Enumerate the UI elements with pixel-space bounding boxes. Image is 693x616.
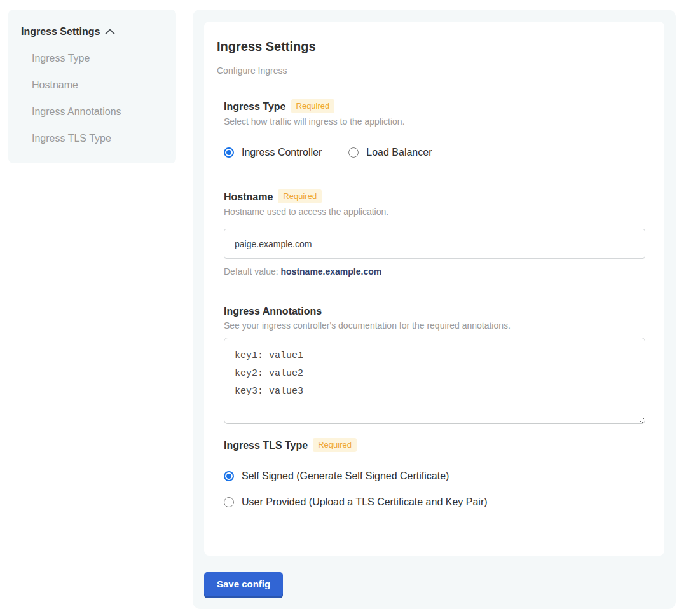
config-card: Ingress Settings Configure Ingress Ingre…: [204, 22, 664, 556]
radio-option-label: Load Balancer: [366, 146, 432, 159]
ingress-tls-type-label: Ingress TLS Type: [224, 439, 308, 451]
radio-option-ingress-controller[interactable]: Ingress Controller: [224, 146, 322, 159]
ingress-annotations-textarea[interactable]: key1: value1 key2: value2 key3: value3: [224, 338, 645, 424]
radio-unselected-icon: [224, 497, 234, 507]
field-group-ingress-annotations: Ingress Annotations See your ingress con…: [224, 305, 645, 424]
sidebar-group-ingress-settings[interactable]: Ingress Settings: [21, 26, 163, 38]
config-panel: Ingress Settings Configure Ingress Ingre…: [193, 10, 676, 609]
save-config-button[interactable]: Save config: [204, 572, 283, 596]
ingress-type-label: Ingress Type: [224, 100, 286, 113]
sidebar-item-ingress-annotations[interactable]: Ingress Annotations: [32, 106, 163, 118]
radio-selected-icon: [224, 471, 234, 481]
hostname-default-line: Default value: hostname.example.com: [224, 266, 645, 277]
field-group-hostname: Hostname Required Hostname used to acces…: [224, 189, 645, 277]
ingress-annotations-label: Ingress Annotations: [224, 305, 322, 317]
field-group-ingress-type: Ingress Type Required Select how traffic…: [224, 99, 645, 159]
hostname-help: Hostname used to access the application.: [224, 206, 645, 217]
radio-option-load-balancer[interactable]: Load Balancer: [348, 146, 432, 159]
field-label-row: Ingress TLS Type Required: [224, 438, 645, 452]
chevron-up-icon: [105, 29, 115, 35]
field-label-row: Ingress Type Required: [224, 99, 645, 113]
radio-option-label: Ingress Controller: [242, 146, 322, 159]
sidebar-item-hostname[interactable]: Hostname: [32, 79, 163, 91]
field-label-row: Ingress Annotations: [224, 305, 645, 317]
tls-radio-row-user-provided: User Provided (Upload a TLS Certificate …: [224, 496, 645, 509]
hostname-input[interactable]: [224, 229, 645, 259]
card-title: Ingress Settings: [217, 39, 645, 54]
ingress-type-help: Select how traffic will ingress to the a…: [224, 116, 645, 127]
radio-option-label: User Provided (Upload a TLS Certificate …: [242, 496, 488, 509]
radio-unselected-icon: [348, 147, 359, 158]
ingress-annotations-help: See your ingress controller's documentat…: [224, 320, 645, 331]
radio-option-self-signed[interactable]: Self Signed (Generate Self Signed Certif…: [224, 470, 449, 483]
sidebar-item-ingress-type[interactable]: Ingress Type: [32, 53, 163, 64]
field-label-row: Hostname Required: [224, 189, 645, 203]
sidebar-item-ingress-tls-type[interactable]: Ingress TLS Type: [32, 133, 163, 144]
required-badge: Required: [291, 99, 335, 113]
field-group-ingress-tls-type: Ingress TLS Type Required Self Signed (G…: [224, 438, 645, 509]
card-subtitle: Configure Ingress: [217, 65, 645, 76]
required-badge: Required: [278, 189, 322, 203]
config-nav-sidebar: Ingress Settings Ingress Type Hostname I…: [8, 10, 176, 163]
page: Ingress Settings Ingress Type Hostname I…: [0, 0, 693, 609]
tls-radio-row-self-signed: Self Signed (Generate Self Signed Certif…: [224, 470, 645, 483]
radio-selected-icon: [224, 147, 234, 158]
hostname-label: Hostname: [224, 191, 273, 203]
sidebar-group-label: Ingress Settings: [21, 26, 100, 38]
radio-option-user-provided[interactable]: User Provided (Upload a TLS Certificate …: [224, 496, 488, 509]
required-badge: Required: [313, 438, 357, 452]
default-value-label: Default value:: [224, 266, 278, 277]
default-value-text: hostname.example.com: [281, 266, 382, 277]
ingress-type-radio-group: Ingress Controller Load Balancer: [224, 146, 645, 159]
radio-option-label: Self Signed (Generate Self Signed Certif…: [242, 470, 449, 483]
